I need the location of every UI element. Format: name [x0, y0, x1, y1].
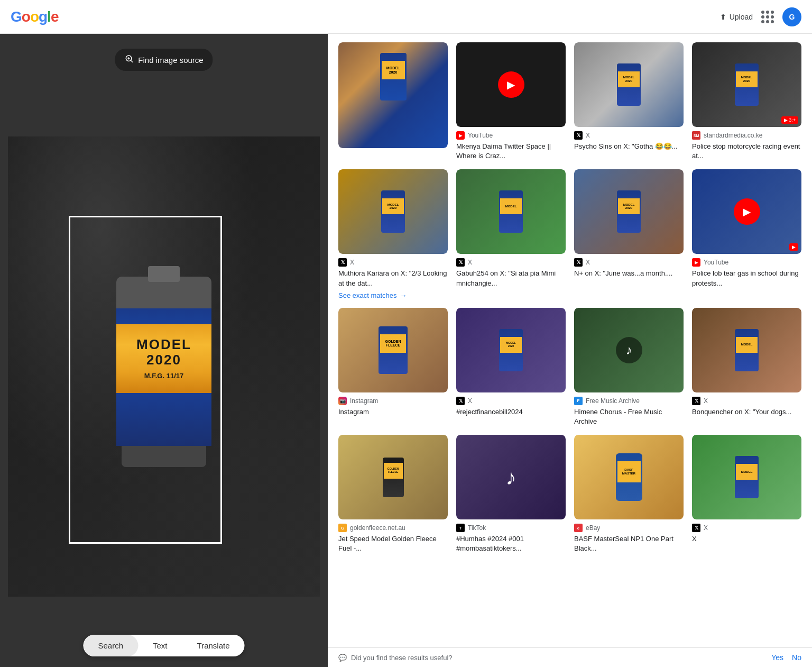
apps-grid-icon[interactable] [761, 11, 774, 23]
yt-overlay-4: ▶ 3:+ [781, 116, 798, 124]
result-thumb-7: MODEL2020 [574, 169, 684, 254]
avatar[interactable]: G [782, 7, 801, 26]
source-11: F Free Music Archive [574, 397, 684, 405]
source-name-2: YouTube [468, 132, 493, 139]
result-card-8[interactable]: ▶ ▶ ▶ YouTube Police lob tear gas in sch… [692, 169, 801, 299]
result-card-12[interactable]: MODEL 𝕏 X Bonquencher on X: "Your dogs..… [692, 308, 801, 426]
feedback-question: Did you find these results useful? [351, 654, 453, 662]
grid-dot [771, 11, 774, 14]
result-thumb-9: GOLDENFLEECE [338, 308, 448, 392]
result-thumb-12: MODEL [692, 308, 801, 392]
canister-bottom [122, 446, 206, 467]
title-13: Jet Speed Model Golden Fleece Fuel -... [338, 534, 448, 553]
result-card-4[interactable]: MODEL2020 ▶ 3:+ SM standardmedia.co.ke P… [692, 42, 801, 161]
source-name-16: X [704, 524, 708, 532]
grid-dot [771, 20, 774, 23]
bottom-toolbar: Search Text Translate [83, 635, 244, 656]
result-card-7[interactable]: MODEL2020 𝕏 X N+ on X: "June was...a mon… [574, 169, 684, 299]
title-4: Police stop motorcycle racing event at..… [692, 142, 801, 161]
eb-icon-15: e [574, 524, 583, 532]
see-exact-matches[interactable]: See exact matches → [338, 291, 448, 299]
result-card-11[interactable]: ♪ F Free Music Archive Himene Chorus - F… [574, 308, 684, 426]
result-card-5[interactable]: MODEL2020 𝕏 X Muthiora Kariara on X: "2/… [338, 169, 448, 299]
source-name-9: Instagram [350, 397, 378, 405]
source-12: 𝕏 X [692, 397, 801, 405]
result-card-1[interactable]: MODEL2020 [338, 42, 448, 161]
title-16: X [692, 534, 801, 544]
feedback-no-button[interactable]: No [792, 653, 801, 662]
bottom-spacer [338, 554, 801, 580]
header-right: ⬆ Upload G [720, 7, 801, 26]
result-card-6[interactable]: MODEL 𝕏 X Gabuh254 on X: "Si ata pia Mim… [456, 169, 566, 299]
canister-model-text: MODEL2020 [136, 337, 191, 367]
source-5: 𝕏 X [338, 258, 448, 267]
title-8: Police lob tear gas in school during pro… [692, 269, 801, 288]
source-name-4: standardmedia.co.ke [704, 132, 762, 139]
translate-tab[interactable]: Translate [182, 635, 245, 656]
feedback-bar: 💬 Did you find these results useful? Yes… [328, 647, 812, 667]
grid-dot [766, 15, 769, 19]
upload-button[interactable]: ⬆ Upload [720, 13, 753, 21]
title-15: BASF MasterSeal NP1 One Part Black... [574, 534, 684, 553]
source-name-13: goldenfleece.net.au [350, 524, 405, 532]
canister-top [116, 277, 211, 308]
source-name-6: X [468, 259, 472, 266]
title-11: Himene Chorus - Free Music Archive [574, 407, 684, 426]
grid-dot [761, 15, 764, 19]
x-icon-16: 𝕏 [692, 524, 700, 532]
canister-object: MODEL2020 M.F.G. 11/17 [111, 277, 217, 478]
main-image: MODEL2020 M.F.G. 11/17 [8, 136, 320, 597]
source-9: 📷 Instagram [338, 397, 448, 405]
main-container: Find image source MODEL2020 M.F.G. 11/17 [0, 34, 812, 667]
x-icon-7: 𝕏 [574, 258, 583, 267]
header-left: Google [11, 8, 58, 25]
source-name-10: X [468, 397, 472, 405]
text-tab[interactable]: Text [138, 635, 182, 656]
source-4: SM standardmedia.co.ke [692, 131, 801, 140]
right-panel: MODEL2020 ▶ ▶ YouTube Mkenya Daima Twitt… [328, 34, 812, 667]
canister-body: MODEL2020 M.F.G. 11/17 [116, 308, 211, 446]
gf-icon-13: G [338, 524, 347, 532]
search-tab[interactable]: Search [83, 635, 138, 656]
feedback-question-area: 💬 Did you find these results useful? [338, 654, 453, 662]
source-name-15: eBay [586, 524, 600, 532]
feedback-yes-button[interactable]: Yes [771, 653, 783, 662]
x-icon-12: 𝕏 [692, 397, 700, 405]
exact-matches-text: See exact matches [338, 291, 397, 299]
result-card-13[interactable]: GOLDENFLEECE G goldenfleece.net.au Jet S… [338, 435, 448, 553]
result-card-14[interactable]: ♪ T TikTok #Humhas #2024 #001 #mombasati… [456, 435, 566, 553]
source-13: G goldenfleece.net.au [338, 524, 448, 532]
upload-icon: ⬆ [720, 13, 726, 21]
title-5: Muthiora Kariara on X: "2/3 Looking at t… [338, 269, 448, 288]
result-card-9[interactable]: GOLDENFLEECE 📷 Instagram Instagram [338, 308, 448, 426]
sm-icon-4: SM [692, 131, 700, 140]
result-thumb-13: GOLDENFLEECE [338, 435, 448, 519]
title-3: Psycho Sins on X: "Gotha 😂😂... [574, 142, 684, 151]
source-name-8: YouTube [704, 259, 728, 266]
result-thumb-14: ♪ [456, 435, 566, 519]
source-name-11: Free Music Archive [586, 397, 640, 405]
image-area: MODEL2020 M.F.G. 11/17 [0, 34, 328, 667]
result-card-3[interactable]: MODEL2020 𝕏 X Psycho Sins on X: "Gotha 😂… [574, 42, 684, 161]
title-9: Instagram [338, 407, 448, 417]
grid-dot [766, 11, 769, 14]
result-card-16[interactable]: MODEL 𝕏 X X [692, 435, 801, 553]
source-name-14: TikTok [468, 524, 486, 532]
result-thumb-8: ▶ ▶ [692, 169, 801, 254]
feedback-actions: Yes No [771, 653, 801, 662]
find-image-source-button[interactable]: Find image source [115, 49, 213, 71]
title-2: Mkenya Daima Twitter Space || Where is C… [456, 142, 566, 161]
result-card-2[interactable]: ▶ ▶ YouTube Mkenya Daima Twitter Space |… [456, 42, 566, 161]
x-icon-3: 𝕏 [574, 131, 583, 140]
result-thumb-4: MODEL2020 ▶ 3:+ [692, 42, 801, 127]
result-card-15[interactable]: BASFMASTER e eBay BASF MasterSeal NP1 On… [574, 435, 684, 553]
title-14: #Humhas #2024 #001 #mombasatiktokers... [456, 534, 566, 553]
result-card-10[interactable]: MODEL2020 𝕏 X #rejectfinancebill2024 [456, 308, 566, 426]
tt-icon-14: T [456, 524, 465, 532]
source-name-12: X [704, 397, 708, 405]
source-2: ▶ YouTube [456, 131, 566, 140]
source-7: 𝕏 X [574, 258, 684, 267]
google-logo[interactable]: Google [11, 8, 58, 25]
result-thumb-1: MODEL2020 [338, 42, 448, 148]
result-thumb-11: ♪ [574, 308, 684, 392]
